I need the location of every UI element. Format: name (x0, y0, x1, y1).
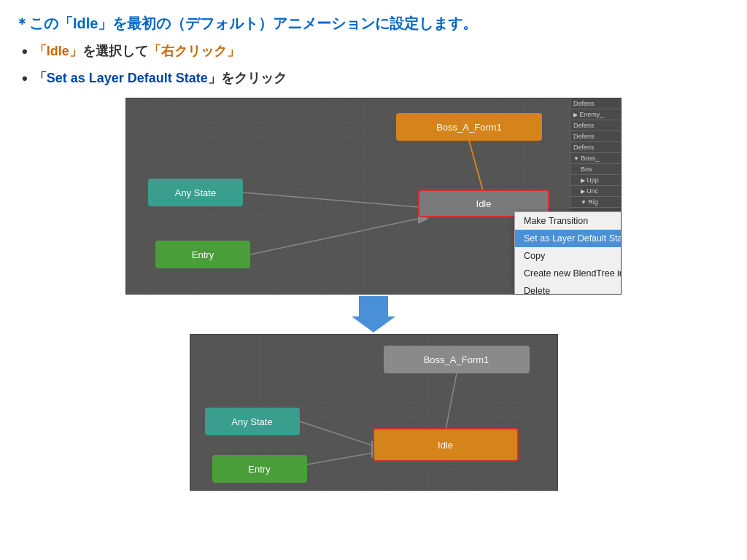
svg-line-0 (469, 141, 484, 193)
rp-item-6: Boss_ (570, 153, 621, 164)
rp-item-4: Defens (570, 131, 621, 142)
arrow-down (352, 296, 395, 332)
rp-item-10: Rig (570, 197, 621, 208)
node-anystate-label-top: Any State (175, 187, 216, 198)
node-entry-label-top: Entry (192, 249, 214, 260)
svg-line-6 (446, 373, 457, 429)
context-menu-item-make-transition[interactable]: Make Transition (515, 212, 622, 230)
svg-line-9 (307, 453, 373, 464)
bullet2-highlight: Set as Layer Default State (47, 71, 208, 85)
rp-item-5: Defens (570, 142, 621, 153)
rp-item-3: Defens (570, 120, 621, 131)
svg-line-1 (243, 192, 418, 207)
context-menu-item-create-blendtree[interactable]: Create new BlendTree in State (515, 265, 622, 282)
context-menu-item-set-default[interactable]: Set as Layer Default State (515, 230, 622, 247)
bullet-line2: 「Set as Layer Default State」をクリック (22, 66, 732, 90)
context-menu-item-delete[interactable]: Delete (515, 282, 622, 295)
header-line1: ＊この「Idle」を最初の（デフォルト）アニメーションに設定します。 (15, 13, 732, 34)
node-boss-form1-top[interactable]: Boss_A_Form1 (396, 113, 542, 141)
header-text: ＊この「Idle」を最初の（デフォルト）アニメーションに設定します。 (15, 15, 477, 31)
context-menu: Make Transition Set as Layer Default Sta… (514, 211, 622, 295)
node-anystate-label-bottom: Any State (231, 416, 272, 427)
rp-item-7: Bos (570, 164, 621, 175)
rp-item-9: Unc (570, 186, 621, 197)
bullet1-text1: 「Idle」を選択して「右クリック」 (34, 42, 240, 61)
page-container: ＊この「Idle」を最初の（デフォルト）アニメーションに設定します。 「Idle… (0, 0, 747, 560)
node-anystate-top[interactable]: Any State (148, 179, 243, 206)
node-idle-label-top: Idle (476, 198, 492, 209)
node-boss-label-bottom: Boss_A_Form1 (424, 354, 489, 365)
node-entry-label-bottom: Entry (248, 464, 270, 475)
rp-item-1: Defens (570, 98, 621, 109)
svg-line-3 (250, 219, 418, 254)
diagrams-area: Boss_A_Form1 Any State Idle Entry Make T… (15, 98, 732, 491)
node-boss-form1-bottom[interactable]: Boss_A_Form1 (384, 346, 530, 373)
rp-item-2: Enemy_ (570, 109, 621, 120)
node-anystate-bottom[interactable]: Any State (205, 408, 300, 435)
node-entry-top[interactable]: Entry (155, 241, 250, 268)
node-boss-label-top: Boss_A_Form1 (436, 122, 502, 133)
node-entry-bottom[interactable]: Entry (212, 455, 307, 483)
rp-item-8: Upp (570, 175, 621, 186)
bullet1-highlight1: 「Idle」 (34, 44, 82, 58)
diagram-bottom: Boss_A_Form1 Any State Idle Entry (190, 334, 558, 491)
svg-line-7 (300, 421, 373, 446)
node-idle-label-bottom: Idle (438, 440, 453, 451)
bullet2-text: 「Set as Layer Default State」をクリック (34, 69, 287, 88)
bullet1-highlight2: 「右クリック」 (148, 44, 240, 58)
bullet-line1: 「Idle」を選択して「右クリック」 (22, 39, 732, 63)
context-menu-item-copy[interactable]: Copy (515, 247, 622, 265)
svg-marker-5 (352, 296, 395, 332)
diagram-top: Boss_A_Form1 Any State Idle Entry Make T… (125, 98, 622, 295)
node-idle-bottom[interactable]: Idle (373, 428, 519, 462)
